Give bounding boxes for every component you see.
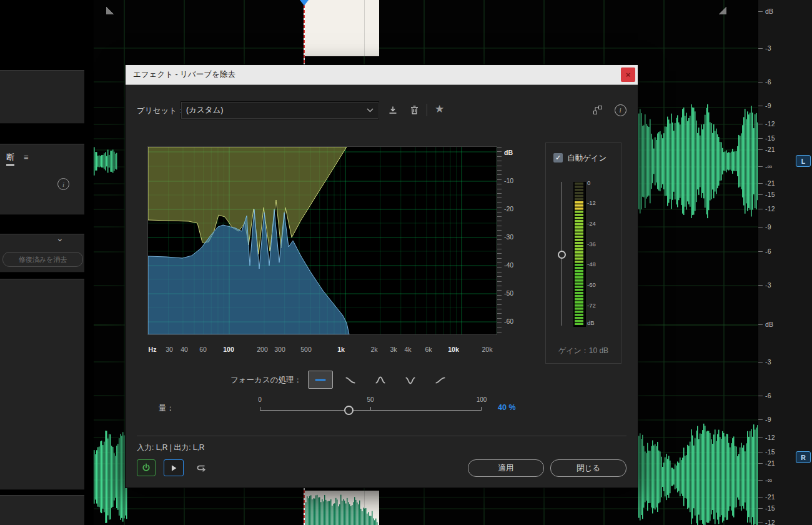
y-axis-label: -20 <box>504 204 513 213</box>
ruler-tick <box>758 227 763 228</box>
ruler-label: -21 <box>758 145 775 154</box>
dereverb-effect-dialog: エフェクト - リバーブを除去 × プリセット： (カスタム) ★ i <box>125 64 638 488</box>
ruler-label: -15 <box>758 504 775 512</box>
level-meter <box>573 182 586 327</box>
ruler-label: -12 <box>758 518 775 525</box>
ruler-tick <box>758 251 763 252</box>
delete-preset-icon[interactable] <box>407 102 422 118</box>
ruler-tick <box>758 183 763 184</box>
apply-button[interactable]: 適用 <box>468 459 544 477</box>
ruler-tick <box>758 106 763 106</box>
ruler-label: -21 <box>758 179 775 188</box>
effect-power-button[interactable] <box>137 459 156 476</box>
grid-line <box>364 0 365 56</box>
info-icon[interactable]: i <box>57 178 69 190</box>
slider-tick <box>481 407 482 411</box>
panel-tab[interactable]: 断 <box>6 152 14 166</box>
focus-mode-lowshelf-button[interactable] <box>338 371 363 389</box>
focus-mode-notch-button[interactable] <box>398 371 423 389</box>
graph-x-axis: Hz3040601002003005001k2k3k4k6k10k20k <box>147 346 496 354</box>
amount-tick-label: 100 <box>477 396 487 403</box>
selected-waveform <box>304 491 379 525</box>
amount-scale: 050100 <box>126 396 638 404</box>
footer-divider <box>137 436 626 436</box>
toolbar-separator <box>427 104 427 116</box>
focus-mode-highshelf-button[interactable] <box>428 371 453 389</box>
ruler-label: -6 <box>758 78 771 86</box>
track-collapse-right-icon[interactable] <box>718 6 726 14</box>
ruler-label: -6 <box>758 247 771 256</box>
routing-editor-icon[interactable] <box>590 102 605 118</box>
gain-slider-knob[interactable] <box>558 251 566 259</box>
ruler-label: -9 <box>758 222 771 231</box>
loop-playback-icon[interactable] <box>194 461 209 476</box>
slider-tick <box>260 407 260 411</box>
ruler-tick <box>758 124 763 124</box>
ruler-tick <box>758 419 763 420</box>
ruler-tick <box>758 11 763 12</box>
favorite-star-icon[interactable]: ★ <box>435 102 444 116</box>
x-axis-label: 200 <box>257 346 268 353</box>
gain-value: 10 dB <box>589 346 608 355</box>
y-axis-label: -40 <box>504 261 513 269</box>
track-collapse-left-icon[interactable] <box>106 6 114 14</box>
ruler-tick <box>758 497 763 498</box>
ruler-tick <box>758 209 763 209</box>
x-axis-label: 60 <box>199 346 207 353</box>
x-axis-label: 4k <box>404 346 411 353</box>
ruler-label: -15 <box>758 448 775 456</box>
meter-scale-label: -36 <box>587 240 596 248</box>
amount-tick-label: 0 <box>258 396 262 403</box>
ruler-label: -15 <box>758 190 775 199</box>
preset-dropdown[interactable]: (カスタム) <box>181 101 379 119</box>
save-preset-icon[interactable] <box>385 102 400 118</box>
spectrum-areas <box>148 147 497 334</box>
preset-value: (カスタム) <box>186 105 224 116</box>
ruler-tick <box>758 48 763 49</box>
channel-badge-right[interactable]: R <box>796 451 811 463</box>
clear-repaired-button[interactable]: 修復済みを消去 <box>2 252 83 267</box>
dialog-close-button[interactable]: × <box>621 68 635 82</box>
dialog-titlebar[interactable]: エフェクト - リバーブを除去 × <box>126 65 638 85</box>
time-selection-top[interactable] <box>304 0 379 56</box>
meter-scale-label: dB <box>587 319 595 326</box>
dialog-title: エフェクト - リバーブを除去 <box>133 65 235 84</box>
ruler-label: -21 <box>758 459 775 468</box>
y-axis-label: -50 <box>504 289 513 298</box>
chevron-down-icon[interactable]: ⌄ <box>56 233 64 243</box>
focus-mode-bell-button[interactable] <box>368 371 393 389</box>
chevron-down-icon <box>367 108 374 112</box>
y-axis-label: dB <box>504 148 513 157</box>
ruler-tick <box>758 438 763 438</box>
meter-scale: 0-12-24-36-48-60-72dB <box>587 143 608 331</box>
ruler-tick <box>758 480 763 481</box>
ruler-tick <box>758 508 763 509</box>
sidebar-panel <box>0 495 84 525</box>
io-channels-text: 入力: L,R | 出力: L,R <box>137 442 204 453</box>
playhead-marker[interactable] <box>300 0 309 6</box>
panel-menu-icon[interactable]: ≡ <box>24 152 29 162</box>
dereverb-spectrum-graph[interactable] <box>147 146 497 335</box>
diagnostics-panel: 断 ≡ i <box>0 144 84 215</box>
time-selection-bottom[interactable] <box>304 491 379 525</box>
meter-scale-label: -24 <box>587 219 596 227</box>
channel-badge-left[interactable]: L <box>796 155 811 167</box>
ruler-tick <box>758 285 763 286</box>
sidebar-panel <box>0 70 84 124</box>
preview-play-button[interactable] <box>164 459 184 476</box>
ruler-tick <box>758 452 763 452</box>
x-axis-label: 300 <box>274 346 285 353</box>
x-axis-label: 1k <box>337 346 345 353</box>
y-axis-label: -10 <box>504 176 513 185</box>
auto-gain-checkbox[interactable]: ✓ <box>553 153 563 162</box>
preset-label: プリセット： <box>137 106 184 116</box>
x-axis-label: 10k <box>448 346 459 353</box>
ruler-label: -12 <box>758 204 775 213</box>
focus-mode-flat-button[interactable] <box>308 371 333 389</box>
info-icon[interactable]: i <box>613 102 628 118</box>
focus-label: フォーカスの処理： <box>183 375 302 386</box>
db-ruler[interactable]: dB -3 -6 -9 -12 -15 <box>758 0 812 525</box>
ruler-label: -6 <box>758 391 771 400</box>
close-button[interactable]: 閉じる <box>550 459 626 477</box>
amount-slider-handle[interactable] <box>344 406 354 415</box>
